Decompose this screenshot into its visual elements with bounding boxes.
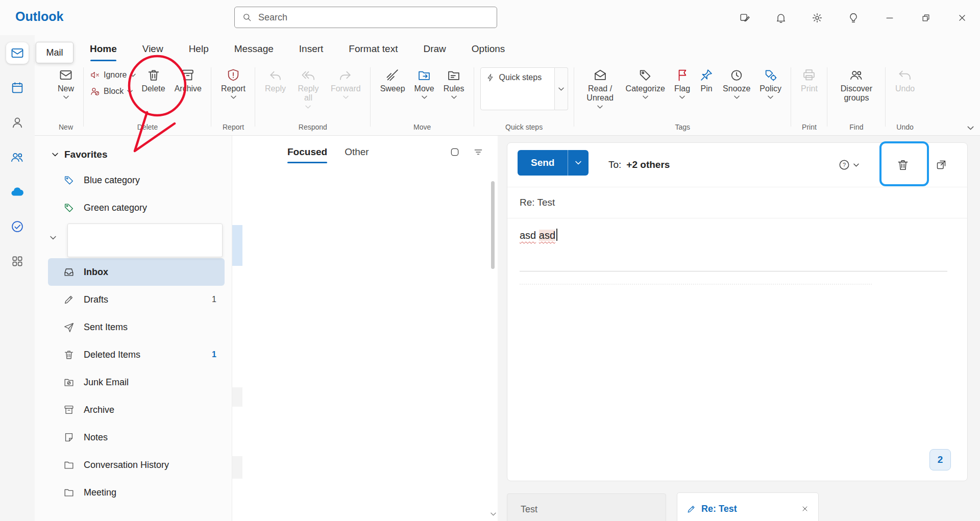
tab-message[interactable]: Message [234,43,274,55]
tab-format-text[interactable]: Format text [349,43,398,55]
folder-item-junk-email[interactable]: Junk Email [48,368,225,396]
mail-chip-label: Mail [46,47,63,58]
chevron-down-icon [558,87,564,91]
discard-draft-button[interactable] [896,143,910,187]
appbar-mail[interactable] [6,42,29,64]
read-unread-button[interactable]: Read / Unread [580,65,620,111]
chevron-down-icon[interactable] [50,236,56,240]
help-button[interactable]: ? [838,143,859,187]
scrollbar-down-arrow[interactable] [491,512,496,516]
folder-item-meeting[interactable]: Meeting [48,479,225,506]
feedback-button[interactable] [726,0,763,35]
appbar-calendar[interactable] [6,77,29,98]
tab-other[interactable]: Other [345,146,369,158]
new-mail-button[interactable]: New [54,65,78,102]
folder-item-conversation-history[interactable]: Conversation History [48,451,225,479]
rules-button[interactable]: Rules [440,65,468,102]
folder-item-sent-items[interactable]: Sent Items [48,313,225,341]
trash-icon [146,68,161,82]
collapse-ribbon-button[interactable] [967,126,974,130]
trash-icon [896,158,910,171]
body-text: asd asd [520,229,955,241]
snooze-button[interactable]: Snooze [719,65,754,102]
reply-button[interactable]: Reply [261,65,289,96]
tab-home[interactable]: Home [90,43,117,55]
tips-button[interactable] [835,0,871,35]
send-button[interactable]: Send [518,150,568,176]
close-draft-button[interactable] [801,505,809,513]
subject-field[interactable]: Re: Test [507,187,967,218]
tab-view[interactable]: View [142,43,163,55]
appbar-more-apps[interactable] [6,251,29,272]
folder-item-archive[interactable]: Archive [48,396,225,424]
open-in-new-window-button[interactable] [935,143,947,187]
tab-help[interactable]: Help [189,43,209,55]
appbar-people[interactable] [6,112,29,133]
tag-icon [638,68,652,82]
print-label: Print [801,84,818,93]
maximize-button[interactable] [908,0,944,35]
ribbon-group-report: Report Report [211,62,255,135]
flag-button[interactable]: Flag [671,65,694,102]
policy-label: Policy [760,84,781,93]
faint-placeholder-line [520,284,872,285]
folder-label: Meeting [84,487,116,498]
forward-button[interactable]: Forward [327,65,364,102]
tab-options[interactable]: Options [472,43,505,55]
appbar-onedrive[interactable] [6,181,29,203]
thread-message-tab[interactable]: Test [507,493,666,521]
sweep-label: Sweep [380,84,405,93]
recipients-summary[interactable]: To: +2 others [608,143,670,187]
compose-body[interactable]: asd asd [507,218,967,295]
close-button[interactable] [944,0,980,35]
reply-all-button[interactable]: Reply all [291,65,325,111]
group-label-tags: Tags [675,123,691,133]
minimize-button[interactable] [871,0,908,35]
select-messages-button[interactable] [450,147,460,157]
tab-draw[interactable]: Draw [423,43,446,55]
undo-button[interactable]: Undo [892,65,918,96]
search-box[interactable]: Search [234,7,497,28]
folder-count: 1 [212,295,216,304]
group-label-delete: Delete [137,123,158,133]
categorize-button[interactable]: Categorize [622,65,669,102]
sweep-button[interactable]: Sweep [377,65,409,96]
ignore-button[interactable]: Ignore [90,70,136,80]
folder-item-blue-category[interactable]: Blue category [48,166,225,194]
appbar-todo[interactable] [6,216,29,237]
send-options-button[interactable] [568,150,589,176]
block-button[interactable]: Block [90,86,133,96]
archive-button[interactable]: Archive [171,65,205,96]
minimize-icon [885,13,895,23]
folder-label: Inbox [84,267,108,278]
active-draft-tab[interactable]: Re: Test [677,492,819,521]
body-word: asd [539,230,555,241]
quick-steps-expand-button[interactable] [555,67,568,110]
policy-button[interactable]: Policy [756,65,785,102]
folder-item-notes[interactable]: Notes [48,424,225,451]
notifications-button[interactable] [763,0,799,35]
folder-item-inbox[interactable]: Inbox [48,258,225,286]
folder-rename-input[interactable] [67,224,223,257]
feedback-icon [739,12,750,23]
settings-button[interactable] [799,0,835,35]
folder-item-drafts[interactable]: Drafts 1 [48,286,225,313]
print-button[interactable]: Print [797,65,821,96]
tab-insert[interactable]: Insert [299,43,324,55]
archive-label: Archive [175,84,202,93]
chevron-down-icon [734,95,740,99]
move-button[interactable]: Move [411,65,438,102]
report-button[interactable]: Report [217,65,249,102]
pin-button[interactable]: Pin [696,65,717,96]
favorites-header[interactable]: Favorites [35,143,232,166]
compose-header: Send To: +2 others ? [507,143,967,187]
discover-groups-button[interactable]: Discover groups [834,65,879,106]
quick-steps-box[interactable]: Quick steps [480,67,555,110]
folder-item-green-category[interactable]: Green category [48,194,225,221]
delete-button[interactable]: Delete [138,65,168,96]
filter-button[interactable] [473,147,483,157]
folder-item-deleted-items[interactable]: Deleted Items 1 [48,341,225,368]
list-scrollbar-thumb[interactable] [491,181,495,269]
tab-focused[interactable]: Focused [287,146,327,158]
appbar-groups[interactable] [6,146,29,168]
